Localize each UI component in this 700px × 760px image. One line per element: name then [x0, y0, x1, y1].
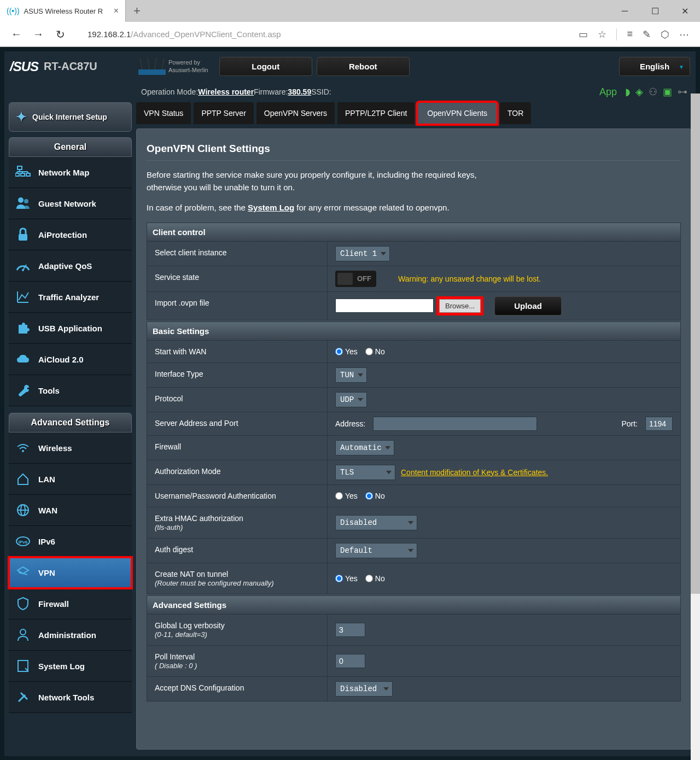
sidebar-item-aiprotection[interactable]: AiProtection [9, 219, 132, 250]
page-title: OpenVPN Client Settings [147, 135, 681, 161]
admin-icon [15, 627, 31, 642]
svg-point-28 [20, 629, 26, 635]
svg-line-3 [155, 57, 156, 69]
sidebar-item-traffic-analyzer[interactable]: Traffic Analyzer [9, 282, 132, 313]
wrench-icon [15, 383, 31, 398]
sidebar-item-wireless[interactable]: Wireless [9, 432, 132, 464]
nat-yes[interactable]: Yes [335, 574, 358, 583]
home-icon [15, 471, 31, 487]
more-icon[interactable]: ⋯ [679, 28, 689, 40]
shield-icon [15, 596, 31, 611]
tab-title: ASUS Wireless Router R [24, 7, 103, 15]
scrollbar[interactable] [691, 93, 700, 760]
dns-select[interactable]: Disabled [335, 681, 393, 697]
users-icon[interactable]: ⚇ [649, 86, 657, 98]
firewall-select[interactable]: Automatic [335, 440, 394, 455]
back-button[interactable]: ← [5, 24, 27, 45]
forward-button[interactable]: → [27, 24, 49, 45]
address-input[interactable] [373, 417, 537, 431]
sidebar-item-system-log[interactable]: System Log [9, 651, 132, 682]
url-bar[interactable]: 192.168.2.1/Advanced_OpenVPNClient_Conte… [71, 30, 579, 39]
sidebar-item-ipv6[interactable]: IPv6IPv6 [9, 526, 132, 557]
sidebar-item-usb-application[interactable]: USB Application [9, 313, 132, 344]
poll-input[interactable] [335, 654, 365, 668]
service-toggle[interactable]: OFF [335, 271, 376, 287]
sidebar-item-vpn[interactable]: VPN [9, 557, 132, 588]
globe-icon [15, 502, 31, 518]
label-user-pass: Username/Password Authentication [147, 485, 328, 507]
label-service-state: Service state [147, 266, 328, 291]
label-server-addr: Server Address and Port [147, 412, 328, 435]
language-select[interactable]: English ▼ [619, 57, 690, 76]
port-input[interactable] [645, 417, 673, 431]
sidebar-item-guest-network[interactable]: Guest Network [9, 188, 132, 219]
svg-point-18 [22, 269, 24, 271]
firmware-link[interactable]: 380.59 [288, 87, 311, 96]
logout-button[interactable]: Logout [219, 57, 312, 76]
file-input[interactable] [335, 299, 434, 313]
sidebar-item-lan[interactable]: LAN [9, 464, 132, 495]
log-verb-input[interactable] [335, 623, 365, 637]
svg-rect-6 [15, 173, 19, 176]
client-instance-select[interactable]: Client 1 [335, 246, 390, 261]
router-icon [136, 56, 168, 78]
hmac-select[interactable]: Disabled [335, 515, 417, 530]
cert-link[interactable]: Content modification of Keys & Certifica… [401, 468, 548, 477]
browse-button[interactable]: Browse... [439, 299, 481, 313]
sidebar-item-network-tools[interactable]: Network Tools [9, 682, 132, 713]
usb-icon[interactable]: ⊶ [678, 86, 687, 98]
favorite-icon[interactable]: ☆ [598, 28, 606, 40]
userpass-no[interactable]: No [365, 492, 385, 500]
sidebar-item-firewall[interactable]: Firewall [9, 588, 132, 619]
hub-icon[interactable]: ≡ [627, 28, 633, 40]
reading-icon[interactable]: ▭ [579, 28, 588, 40]
start-wan-yes[interactable]: Yes [335, 347, 358, 356]
tab-openvpn-clients[interactable]: OpenVPN Clients [417, 102, 497, 124]
network-icon[interactable]: ▣ [663, 86, 672, 98]
signal-icon[interactable]: ◗ [625, 86, 630, 98]
auth-mode-select[interactable]: TLS [335, 465, 395, 480]
svg-line-27 [19, 572, 27, 575]
close-window-button[interactable]: ✕ [670, 0, 700, 22]
tab-openvpn-servers[interactable]: OpenVPN Servers [256, 102, 335, 124]
sidebar-item-wan[interactable]: WAN [9, 495, 132, 526]
notes-icon[interactable]: ✎ [643, 28, 651, 40]
vpn-icon [15, 565, 31, 580]
sidebar-item-tools[interactable]: Tools [9, 375, 132, 406]
wifi-status-icon[interactable]: ◈ [635, 86, 643, 98]
tab-pptp-server[interactable]: PPTP Server [194, 102, 253, 124]
share-icon[interactable]: ⬡ [661, 28, 669, 40]
tab-pptp-l2tp-client[interactable]: PPTP/L2TP Client [337, 102, 415, 124]
maximize-button[interactable]: ☐ [640, 0, 670, 22]
protocol-select[interactable]: UDP [335, 392, 367, 407]
new-tab-button[interactable]: + [126, 4, 148, 18]
section-basic: Basic Settings [147, 322, 680, 341]
sidebar-item-administration[interactable]: Administration [9, 619, 132, 651]
sidebar-item-network-map[interactable]: Network Map [9, 157, 132, 188]
upload-button[interactable]: Upload [494, 296, 562, 315]
svg-rect-16 [19, 234, 27, 241]
reboot-button[interactable]: Reboot [317, 57, 410, 76]
svg-point-21 [22, 450, 24, 452]
asus-logo: /SUS [10, 59, 38, 74]
log-icon [15, 658, 31, 674]
sidebar-item-adaptive-qos[interactable]: Adaptive QoS [9, 250, 132, 282]
section-advanced: Advanced Settings [147, 596, 680, 615]
sidebar-item-aicloud[interactable]: AiCloud 2.0 [9, 344, 132, 375]
nat-no[interactable]: No [365, 574, 385, 583]
tab-tor[interactable]: TOR [500, 102, 531, 124]
start-wan-no[interactable]: No [365, 347, 385, 356]
minimize-button[interactable]: ─ [610, 0, 640, 22]
op-mode-link[interactable]: Wireless router [198, 87, 254, 96]
tab-vpn-status[interactable]: VPN Status [136, 102, 191, 124]
browser-tab[interactable]: ((•)) ASUS Wireless Router R × [0, 0, 126, 22]
userpass-yes[interactable]: Yes [335, 492, 358, 500]
close-icon[interactable]: × [114, 6, 119, 16]
description-2: In case of problem, see the System Log f… [147, 202, 681, 214]
system-log-link[interactable]: System Log [248, 203, 294, 212]
svg-line-1 [140, 59, 142, 69]
interface-select[interactable]: TUN [335, 367, 367, 383]
refresh-button[interactable]: ↻ [49, 24, 71, 45]
auth-digest-select[interactable]: Default [335, 543, 417, 558]
quick-setup-button[interactable]: ✦ Quick Internet Setup [9, 102, 132, 132]
